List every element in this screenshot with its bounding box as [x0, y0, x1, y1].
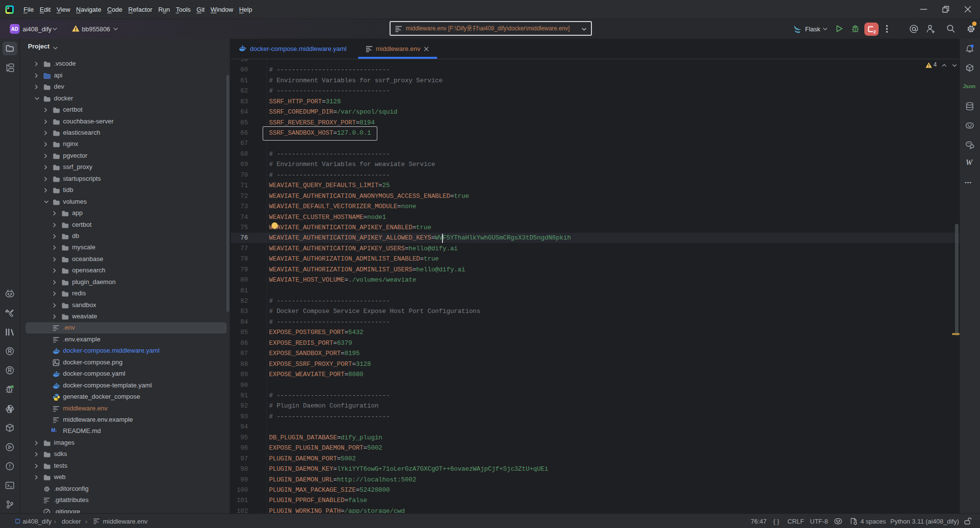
svg-text:2: 2	[874, 29, 876, 34]
